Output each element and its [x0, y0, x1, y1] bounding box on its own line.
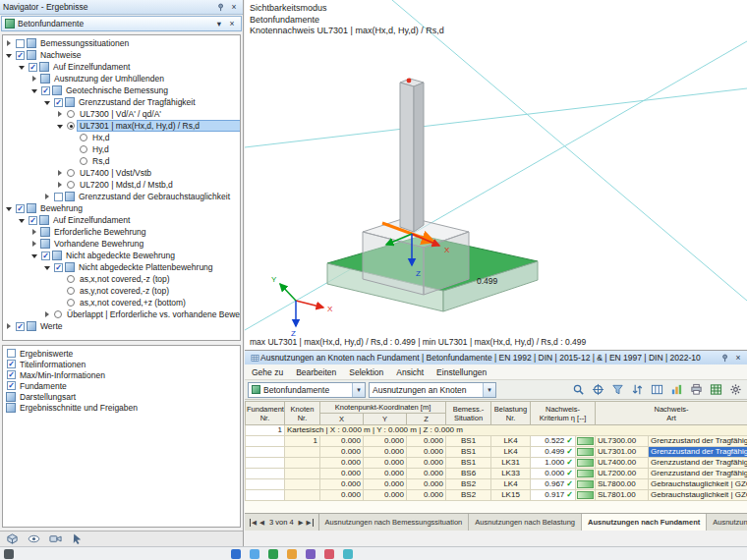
z-cell[interactable]: 0.000 [407, 490, 446, 501]
views-icon[interactable] [48, 532, 63, 546]
check-type-cell[interactable]: Gebrauchstauglichkeit | GZG | Klaffende … [649, 490, 747, 501]
checkbox[interactable]: ✓ [54, 263, 63, 272]
next-table-button[interactable]: ▶ [299, 519, 304, 527]
pinned-app-icon-6[interactable] [324, 549, 334, 559]
expander-icon[interactable] [18, 216, 27, 225]
expander-icon[interactable] [43, 263, 52, 272]
checkbox[interactable]: ✓ [7, 381, 16, 390]
design-situation-cell[interactable]: BS2 [446, 479, 491, 490]
y-cell[interactable]: 0.000 [364, 447, 407, 458]
chevron-down-icon[interactable]: ▾ [352, 383, 365, 397]
criterion-cell[interactable]: 0.967✓ [531, 479, 576, 490]
x-cell[interactable]: 0.000 [320, 458, 364, 469]
option-item[interactable]: Ergebnisschnitte und Freigaben [3, 402, 240, 413]
menu-item[interactable]: Einstellungen [436, 367, 487, 377]
criterion-cell[interactable]: 0.000✓ [531, 469, 576, 479]
expander-icon[interactable] [43, 193, 52, 201]
design-situation-cell[interactable]: BS1 [446, 458, 491, 469]
coordinate-system-cell[interactable]: Kartesisch | X : 0.000 m | Y : 0.000 m |… [285, 425, 747, 436]
print-icon[interactable] [688, 382, 705, 398]
expander-icon[interactable] [30, 75, 39, 84]
tree-item[interactable]: ✓Geotechnische Bemessung [3, 84, 240, 96]
table-tab[interactable]: Ausnutzungen nach Fundament [582, 514, 707, 531]
tree-item[interactable]: ✓Bewehrung [3, 202, 240, 214]
fundament-number-cell[interactable] [246, 490, 285, 501]
expander-icon[interactable] [30, 228, 39, 237]
tree-item[interactable]: UL7400 | Vdst/Vstb [3, 167, 240, 179]
expander-icon[interactable] [43, 310, 52, 319]
x-cell[interactable]: 0.000 [320, 436, 364, 447]
table-tab[interactable]: Ausnutzunge [707, 514, 747, 531]
pinned-app-icon-5[interactable] [306, 549, 316, 559]
tree-item[interactable]: as,x,not covered,+z (bottom) [3, 297, 240, 308]
table-row[interactable]: 0.0000.0000.000BS2LK150.917✓SL7801.00Geb… [246, 490, 747, 501]
menu-item[interactable]: Selektion [349, 367, 383, 377]
y-cell[interactable]: 0.000 [364, 479, 407, 490]
criterion-color-cell[interactable] [576, 469, 596, 479]
z-cell[interactable]: 0.000 [407, 469, 446, 479]
table-tab[interactable]: Ausnutzungen nach Belastung [469, 514, 582, 531]
search-icon[interactable] [570, 382, 587, 398]
node-number-cell[interactable] [285, 458, 320, 469]
z-cell[interactable]: 0.000 [407, 436, 446, 447]
y-cell[interactable]: 0.000 [364, 469, 407, 479]
x-cell[interactable]: 0.000 [320, 490, 364, 501]
radio[interactable] [80, 134, 87, 141]
close-icon[interactable]: × [732, 353, 744, 364]
check-type-cell[interactable]: Gebrauchstauglichkeit | GZG | Stark exze… [649, 479, 747, 490]
expander-icon[interactable] [56, 122, 65, 131]
expander-icon[interactable] [56, 110, 65, 119]
pinned-app-icon-4[interactable] [287, 549, 297, 559]
check-type-cell[interactable]: Grenzzustand der Tragfähigkeit | GEO | G… [649, 436, 747, 447]
expander-icon[interactable] [5, 322, 14, 331]
expander-icon[interactable] [18, 63, 27, 72]
sort-icon[interactable] [629, 382, 646, 398]
check-code-cell[interactable]: UL7400.00 [596, 458, 649, 469]
table-row[interactable]: 0.0000.0000.000BS2LK40.967✓SL7800.00Gebr… [246, 479, 747, 490]
column[interactable] [400, 79, 424, 232]
x-cell[interactable]: 0.000 [320, 469, 364, 479]
menu-item[interactable]: Bearbeiten [296, 367, 336, 377]
fundament-number-cell[interactable] [246, 458, 285, 469]
loading-cell[interactable]: LK33 [491, 469, 531, 479]
loading-cell[interactable]: LK4 [491, 447, 531, 458]
tree-item[interactable]: ✓Grenzzustand der Tragfähigkeit [3, 96, 240, 108]
model-data-icon[interactable] [5, 532, 20, 546]
table-row[interactable]: 0.0000.0000.000BS6LK330.000✓UL7200.00Gre… [246, 469, 747, 479]
checkbox[interactable]: ✓ [54, 98, 63, 107]
checkbox[interactable]: ✓ [41, 252, 50, 260]
radio[interactable] [67, 287, 75, 295]
checkbox[interactable]: ✓ [29, 216, 37, 225]
tree-item[interactable]: Erforderliche Bewehrung [3, 226, 240, 238]
criterion-color-cell[interactable] [576, 458, 596, 469]
tree-item[interactable]: ✓Auf Einzelfundament [3, 61, 240, 73]
filter-icon[interactable] [609, 382, 626, 398]
chart-icon[interactable] [668, 382, 685, 398]
close-icon[interactable]: × [228, 2, 240, 13]
checkbox[interactable] [54, 193, 63, 201]
tree-item[interactable]: ✓Nicht abgedeckte Plattenbewehrung [3, 261, 240, 273]
expander-icon[interactable] [30, 86, 39, 95]
prev-table-button[interactable]: ◀ [259, 519, 264, 527]
menu-item[interactable]: Ansicht [396, 367, 424, 377]
node-number-cell[interactable] [285, 469, 320, 479]
settings-icon[interactable] [727, 382, 744, 398]
option-item[interactable]: Ergebniswerte [3, 348, 240, 359]
x-cell[interactable]: 0.000 [320, 447, 364, 458]
radio[interactable] [67, 110, 75, 118]
excel-export-icon[interactable] [708, 382, 724, 398]
check-type-cell[interactable]: Grenzzustand der Tragfähigkeit | UPL | A… [649, 458, 747, 469]
tree-item[interactable]: Überlappt | Erforderliche vs. vorhandene… [3, 308, 240, 320]
fundament-number-cell[interactable] [246, 479, 285, 490]
radio[interactable] [67, 275, 75, 283]
criterion-color-cell[interactable] [576, 490, 596, 501]
radio[interactable] [67, 169, 75, 177]
expander-icon[interactable] [56, 181, 65, 190]
table-scroll-area[interactable]: Fundament Nr.Knoten Nr.Knotenpunkt-Koord… [245, 401, 747, 513]
design-situation-cell[interactable]: BS1 [446, 436, 491, 447]
check-type-cell[interactable]: Grenzzustand der Tragfähigkeit | EQU | L… [649, 469, 747, 479]
tree-item[interactable]: ✓Nachweise [3, 49, 240, 61]
table-row[interactable]: 10.0000.0000.000BS1LK40.522✓UL7300.00Gre… [246, 436, 747, 447]
module-combo[interactable]: Betonfundamente ▾ [248, 382, 366, 398]
checkbox[interactable] [16, 39, 25, 48]
